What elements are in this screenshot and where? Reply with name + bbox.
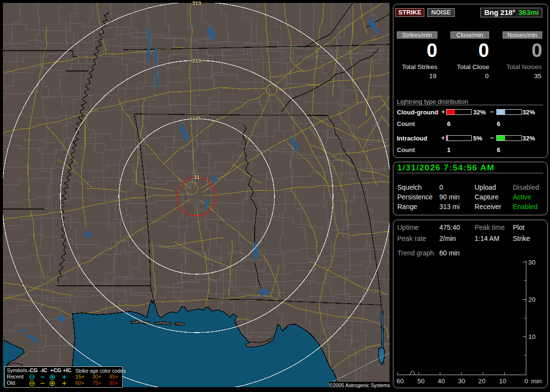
svg-text:20: 20: [478, 378, 485, 385]
svg-text:40: 40: [437, 378, 445, 385]
svg-text:30: 30: [528, 259, 536, 266]
svg-text:60: 60: [396, 378, 404, 385]
svg-text:min: min: [531, 378, 542, 385]
svg-text:0: 0: [524, 378, 528, 385]
svg-text:20: 20: [528, 296, 536, 303]
svg-text:10: 10: [528, 333, 536, 340]
svg-text:10: 10: [499, 378, 506, 385]
svg-text:50: 50: [417, 378, 424, 385]
svg-text:30: 30: [458, 378, 465, 385]
